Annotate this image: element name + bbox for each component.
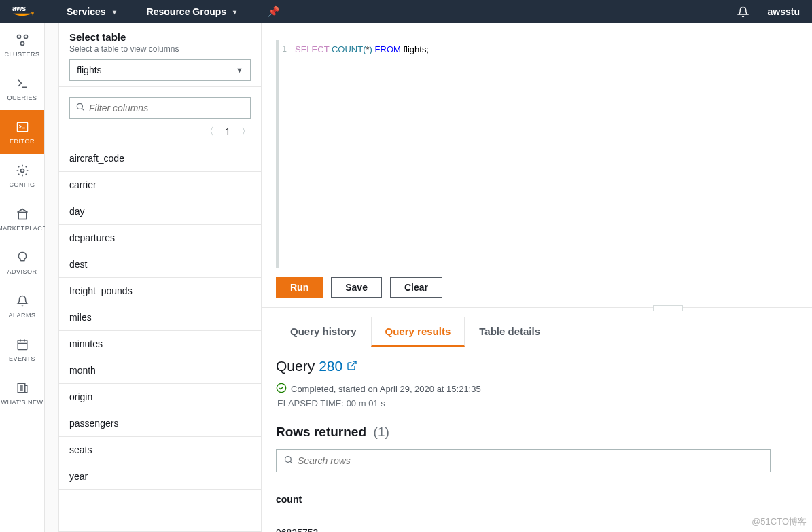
- page-next[interactable]: 〉: [241, 126, 251, 138]
- svg-rect-7: [18, 340, 27, 350]
- chevron-down-icon: ▾: [113, 8, 116, 16]
- nav-resource-groups-label: Resource Groups: [147, 6, 226, 17]
- aws-logo[interactable]: aws: [12, 3, 39, 20]
- search-icon: [283, 455, 294, 467]
- svg-point-10: [277, 383, 285, 392]
- elapsed-time: ELAPSED TIME: 00 m 01 s: [277, 398, 798, 408]
- content: 1 SELECT COUNT(*) FROM flights; Run Save…: [262, 23, 812, 532]
- nav-services[interactable]: Services ▾: [67, 6, 116, 17]
- result-value: 96825753: [276, 516, 798, 532]
- tab-table-details[interactable]: Table details: [465, 317, 554, 347]
- svg-rect-6: [18, 213, 27, 219]
- results-tabs: Query history Query results Table detail…: [262, 317, 812, 347]
- svg-rect-4: [17, 122, 27, 132]
- watermark: @51CTO博客: [752, 516, 807, 528]
- filter-columns-input[interactable]: [69, 97, 251, 119]
- sidebar-item-clusters[interactable]: CLUSTERS: [0, 23, 44, 67]
- column-item[interactable]: departures: [59, 225, 261, 251]
- nav-resource-groups[interactable]: Resource Groups ▾: [147, 6, 236, 17]
- results-panel: Query 280 Completed, started on April 29…: [262, 347, 812, 532]
- search-icon: [75, 102, 85, 114]
- sidebar-item-editor[interactable]: EDITOR: [0, 110, 44, 154]
- svg-point-1: [17, 35, 20, 39]
- column-item[interactable]: carrier: [59, 172, 261, 198]
- top-nav: aws Services ▾ Resource Groups ▾ 📌 awsst…: [0, 0, 812, 23]
- chevron-down-icon: ▾: [233, 8, 236, 16]
- editor-buttons: Run Save Clear: [262, 268, 812, 307]
- svg-point-9: [77, 103, 82, 109]
- search-rows-field[interactable]: [298, 455, 763, 466]
- status-text: Completed, started on April 29, 2020 at …: [291, 384, 481, 394]
- save-button[interactable]: Save: [331, 277, 382, 298]
- columns-sidebar: Select table Select a table to view colu…: [45, 23, 262, 532]
- dropdown-icon: ▼: [236, 66, 243, 74]
- column-item[interactable]: seats: [59, 437, 261, 463]
- filter-columns-field[interactable]: [89, 103, 245, 113]
- sidebar-item-alarms[interactable]: ALARMS: [0, 284, 44, 327]
- page-prev[interactable]: 〈: [205, 126, 214, 138]
- sidebar-item-label: MARKETPLACE: [0, 225, 47, 232]
- news-icon: [16, 380, 29, 396]
- resize-handle[interactable]: [262, 307, 812, 317]
- sidebar-item-label: EVENTS: [9, 355, 35, 362]
- run-button[interactable]: Run: [276, 277, 323, 298]
- column-item[interactable]: freight_pounds: [59, 278, 261, 304]
- success-icon: [276, 383, 287, 395]
- column-item[interactable]: origin: [59, 384, 261, 410]
- sidebar-item-config[interactable]: CONFIG: [0, 154, 44, 197]
- marketplace-icon: [16, 206, 29, 222]
- sidebar-item-label: CLUSTERS: [4, 51, 39, 58]
- table-select[interactable]: flights ▼: [69, 59, 251, 81]
- svg-point-11: [285, 456, 292, 462]
- query-id-link[interactable]: 280: [319, 358, 342, 374]
- gear-icon: [16, 162, 29, 179]
- bell-icon: [16, 293, 29, 309]
- sql-editor[interactable]: 1 SELECT COUNT(*) FROM flights;: [262, 23, 812, 268]
- queries-icon: [16, 75, 29, 92]
- column-item[interactable]: dest: [59, 251, 261, 278]
- rows-returned-count: (1): [374, 425, 389, 439]
- pin-icon[interactable]: 📌: [267, 5, 280, 18]
- line-number: 1: [279, 44, 291, 54]
- table-select-value: flights: [77, 65, 102, 75]
- column-item[interactable]: month: [59, 357, 261, 384]
- tab-query-results[interactable]: Query results: [371, 317, 465, 347]
- sidebar-item-label: CONFIG: [10, 181, 35, 188]
- sidebar-item-queries[interactable]: QUERIES: [0, 67, 44, 110]
- result-header: count: [276, 487, 798, 516]
- nav-services-label: Services: [67, 6, 106, 17]
- sql-code: SELECT COUNT(*) FROM flights;: [291, 44, 429, 54]
- column-item[interactable]: minutes: [59, 331, 261, 357]
- sidebar-item-label: QUERIES: [7, 94, 37, 101]
- sidebar-item-advisor[interactable]: ADVISOR: [0, 241, 44, 284]
- column-item[interactable]: aircraft_code: [59, 145, 261, 172]
- clear-button[interactable]: Clear: [390, 277, 442, 298]
- svg-point-5: [20, 169, 24, 173]
- notifications-icon[interactable]: [737, 6, 749, 18]
- column-item[interactable]: miles: [59, 304, 261, 331]
- editor-icon: [16, 119, 29, 135]
- select-table-title: Select table: [69, 31, 251, 43]
- rows-returned-label: Rows returned: [276, 425, 366, 439]
- tab-query-history[interactable]: Query history: [276, 317, 371, 347]
- select-table-subtitle: Select a table to view columns: [69, 44, 251, 54]
- sidebar-item-marketplace[interactable]: MARKETPLACE: [0, 197, 44, 241]
- sidebar-item-label: ALARMS: [8, 312, 35, 319]
- column-item[interactable]: year: [59, 463, 261, 490]
- column-list: aircraft_code carrier day departures des…: [59, 145, 261, 531]
- nav-user[interactable]: awsstu: [768, 6, 800, 17]
- sidebar-item-events[interactable]: EVENTS: [0, 327, 44, 371]
- svg-text:aws: aws: [12, 4, 26, 12]
- sidebar-item-label: WHAT'S NEW: [1, 399, 43, 406]
- column-item[interactable]: day: [59, 198, 261, 225]
- external-link-icon[interactable]: [347, 358, 357, 374]
- sidebar-item-whatsnew[interactable]: WHAT'S NEW: [0, 371, 44, 414]
- sidebar-item-label: ADVISOR: [7, 268, 37, 275]
- calendar-icon: [16, 336, 29, 353]
- search-rows-input[interactable]: [276, 449, 771, 472]
- column-item[interactable]: passengers: [59, 410, 261, 437]
- page-number: 1: [225, 126, 230, 137]
- sidebar-item-label: EDITOR: [10, 138, 35, 145]
- query-label: Query: [276, 358, 315, 374]
- svg-point-3: [20, 42, 24, 46]
